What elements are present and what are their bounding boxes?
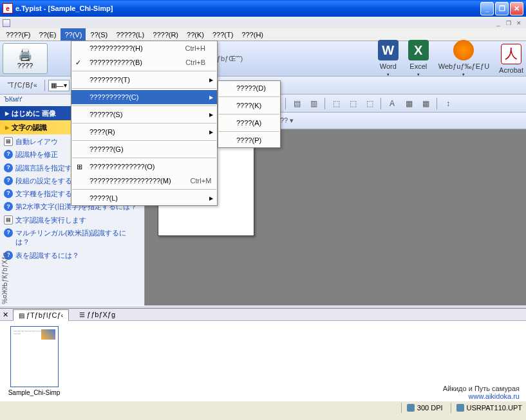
doc-tb-btn[interactable]: ⬚ (362, 97, 377, 110)
menu-item[interactable]: ?????(L)▶ (71, 191, 217, 205)
app-word[interactable]: WWord▾ (378, 40, 399, 77)
menu-help[interactable]: ???(H) (238, 28, 267, 41)
menu-item[interactable]: ????????(T)▶ (71, 73, 217, 87)
scanner-icon: 🖨️ (18, 48, 32, 62)
doc-tb-btn[interactable]: ▦ (418, 97, 433, 110)
submenu-item[interactable]: ????(K) (218, 98, 280, 113)
minimize-button[interactable]: _ (480, 2, 494, 15)
close-button[interactable]: ✕ (510, 2, 523, 15)
question-icon: ? (4, 176, 13, 185)
menu-t[interactable]: ???(T) (209, 28, 237, 41)
app-excel[interactable]: XExcel▾ (408, 40, 429, 77)
help-link[interactable]: ?表を認識するには？ (4, 251, 140, 260)
app-browser[interactable]: Webƒuƒ‰ƒEƒU▾ (438, 40, 489, 77)
menu-item[interactable]: ⊞??????????????(O) (71, 160, 217, 174)
scanner-button[interactable]: 🖨️ ???? (3, 43, 48, 74)
doc-tb-btn[interactable]: ▥ (306, 97, 321, 110)
mdi-restore-button[interactable]: ❐ (504, 19, 513, 28)
window-buttons: _ ❐ ✕ (480, 2, 523, 15)
thumbnail-pane: ✕ ▤ ƒTƒbƒlƒCƒ‹ ☰ ƒƒbƒXƒg text text text … (0, 309, 526, 401)
dpi-icon (407, 404, 415, 412)
app-icon: e (3, 3, 13, 14)
window-title: e.Typist - [Sample_Chi-Simp] (15, 5, 480, 12)
mdi-bar: _ ❐ ✕ (0, 17, 526, 28)
doc-tb-btn[interactable]: ▦ (402, 97, 416, 110)
menu-item[interactable]: ??????????????????(M)Ctrl+M (71, 174, 217, 188)
question-icon: ? (4, 189, 13, 198)
thumbnail-body: text text text text text text text text … (0, 321, 526, 401)
status-bar: 300 DPI USRPAT110.UPT (0, 401, 526, 414)
menu-edit[interactable]: ??(E) (35, 28, 61, 41)
menu-item[interactable]: ??????(G) (71, 142, 217, 156)
menu-item[interactable]: ???????????(H)Ctrl+H (71, 41, 217, 55)
tb2-dropdown[interactable]: ▦ — ▾ (48, 80, 70, 91)
submenu-item[interactable]: ?????(D) (218, 81, 280, 95)
question-icon: ? (4, 150, 13, 159)
thumb-tab-list[interactable]: ☰ ƒƒbƒXƒg (74, 309, 120, 320)
submenu-item[interactable]: ????(A) (218, 116, 280, 130)
maximize-button[interactable]: ❐ (495, 2, 509, 15)
question-icon: ? (4, 163, 13, 172)
menu-item[interactable]: ??????????(C)▶ (71, 90, 217, 104)
thumbnail-image: text text text text text text text text … (10, 326, 59, 387)
watermark: Айкидо и Путь самурая www.aikidoka.ru (443, 385, 520, 400)
doc-tb2-label[interactable]: ?? ▾ (280, 116, 294, 125)
menu-item[interactable]: ????(R)▶ (71, 125, 217, 139)
acrobat-icon: 人 (501, 44, 521, 64)
thumbnail-tabs: ✕ ▤ ƒTƒbƒlƒCƒ‹ ☰ ƒƒbƒXƒg (0, 309, 526, 321)
question-icon: ? (4, 228, 13, 237)
doc-tb-btn[interactable]: A (385, 97, 399, 110)
status-dpi: 300 DPI (401, 403, 443, 413)
menu-view[interactable]: ??(V) (61, 28, 86, 41)
excel-icon: X (408, 40, 429, 60)
status-file: USRPAT110.UPT (451, 403, 522, 413)
document-toolbar-2: 🔄 ?? ▾ (264, 113, 526, 129)
tb2-label: ˜TƒCƒBƒ« (4, 79, 41, 92)
menu-bar: ????(F) ??(E) ??(V) ??(S) ?????(L) ????(… (0, 28, 526, 41)
firefox-icon (453, 40, 474, 60)
menu-s[interactable]: ??(S) (86, 28, 111, 41)
menu-item[interactable]: ??????(S)▶ (71, 107, 217, 122)
app-acrobat[interactable]: 人Acrobat (499, 44, 523, 74)
menu-item[interactable]: ✓???????????(B)Ctrl+B (71, 55, 217, 69)
mdi-close-button[interactable]: ✕ (514, 19, 523, 28)
window-titlebar: e e.Typist - [Sample_Chi-Simp] _ ❐ ✕ (0, 0, 526, 17)
document-toolbar: ▦ ▤ ▥ ⬚ ⬚ ⬚ A ▦ ▦ ↕ (264, 95, 526, 113)
view-menu-dropdown: ???????????(H)Ctrl+H✓???????????(B)Ctrl+… (71, 41, 218, 206)
doc-tb-btn[interactable]: ⬚ (329, 97, 343, 110)
question-icon: ? (4, 202, 13, 211)
menu-r[interactable]: ????(R) (149, 28, 182, 41)
mdi-icon (3, 19, 10, 27)
thumbnail-item[interactable]: text text text text text text text text … (5, 326, 63, 396)
app-launcher-group: WWord▾ XExcel▾ Webƒuƒ‰ƒEƒU▾ 人Acrobat (378, 40, 523, 77)
doc-icon: ▤ (4, 137, 13, 146)
doc-tb-btn[interactable]: ↕ (441, 97, 455, 110)
thumbnail-label: Sample_Chi-Simp (8, 389, 61, 396)
view-submenu-dropdown: ?????(D)????(K)????(A)????(P) (218, 80, 281, 148)
doc-icon: ▤ (4, 215, 13, 224)
menu-k[interactable]: ??(K) (183, 28, 208, 41)
help-link[interactable]: ?マルチリンガル(欧米語)認識するには？ (4, 228, 140, 247)
word-icon: W (378, 40, 399, 60)
help-link[interactable]: ▤文字認識を実行します (4, 215, 140, 224)
file-icon (456, 404, 464, 412)
doc-tb-btn[interactable]: ▤ (290, 97, 304, 110)
menu-l[interactable]: ?????(L) (112, 28, 148, 41)
submenu-item[interactable]: ????(P) (218, 133, 280, 147)
doc-tb-btn[interactable]: ⬚ (346, 97, 360, 110)
menu-file[interactable]: ????(F) (2, 28, 35, 41)
mdi-minimize-button[interactable]: _ (494, 19, 503, 28)
scanner-label: ???? (17, 62, 33, 69)
vertical-label: %¤ЖЊƒЌƒbƒXƒg (1, 253, 8, 304)
thumb-tab-thumbnail[interactable]: ▤ ƒTƒbƒlƒCƒ‹ (13, 309, 69, 321)
